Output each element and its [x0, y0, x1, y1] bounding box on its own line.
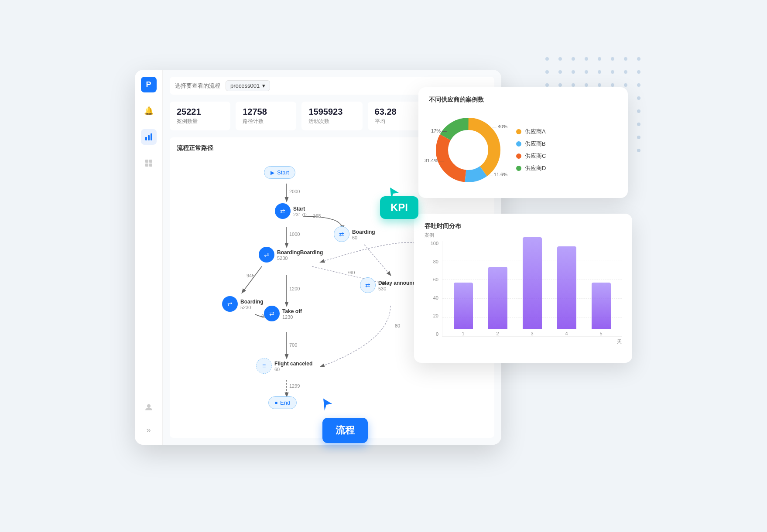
- svg-point-18: [449, 131, 487, 169]
- svg-rect-0: [145, 137, 147, 140]
- bar-card: 吞吐时间分布 案例 100 80 60 40 20 0: [414, 214, 632, 363]
- donut-pct-40: — 40%: [492, 124, 507, 129]
- stat-activities: 1595923 活动次数: [301, 102, 362, 130]
- node-boardingboarding: ⇄ BoardingBoarding 5230: [259, 247, 323, 263]
- node-flightcanceled: ≡ Flight canceled 60: [256, 358, 312, 374]
- bar-label-3: 3: [531, 331, 533, 336]
- stat-paths-label: 路径计数: [243, 118, 289, 125]
- flow-badge: 流程: [322, 418, 368, 443]
- node-boarding-top: ⇄ Boarding 60: [334, 226, 375, 242]
- legend-dot-c: [516, 153, 521, 159]
- legend-supplierA: 供应商A: [516, 128, 546, 136]
- sidebar-item-chart[interactable]: [141, 129, 157, 145]
- bar-5: [592, 283, 611, 329]
- node-start: ▶ Start: [264, 166, 295, 179]
- edge-label-1299: 1299: [289, 383, 300, 389]
- sidebar-item-expand[interactable]: »: [141, 422, 157, 438]
- stat-paths: 12758 路径计数: [236, 102, 296, 130]
- bar-1: [454, 283, 473, 329]
- stat-cases: 25221 案例数量: [170, 102, 230, 130]
- sidebar: P 🔔: [135, 70, 163, 445]
- sidebar-item-grid[interactable]: [141, 155, 157, 171]
- bar-label-4: 4: [565, 331, 568, 336]
- edge-label-700: 700: [289, 342, 297, 348]
- bar-label-5: 5: [599, 331, 602, 336]
- bar-label-2: 2: [496, 331, 499, 336]
- y-tick-20: 20: [425, 313, 438, 318]
- node-end: ■ End: [268, 396, 297, 409]
- bar-x-unit: 天: [425, 338, 622, 345]
- sidebar-item-user[interactable]: [141, 399, 157, 415]
- y-tick-40: 40: [425, 295, 438, 300]
- donut-pct-116: — 11.6%: [488, 172, 507, 177]
- edge-label-1000: 1000: [289, 232, 300, 237]
- donut-pct-17: 17% —: [431, 128, 447, 133]
- edge-label-2000: 2000: [289, 189, 300, 194]
- donut-title: 不同供应商的案例数: [429, 96, 617, 104]
- bar-3: [523, 237, 542, 329]
- stat-cases-value: 25221: [177, 107, 223, 117]
- donut-chart: — 40% — 11.6% 31.4% — 17% —: [429, 111, 507, 189]
- node-boarding-left: ⇄ Boarding 5230: [222, 296, 264, 312]
- bar-y-label: 案例: [425, 232, 434, 239]
- app-logo: P: [141, 77, 157, 92]
- y-tick-100: 100: [425, 241, 438, 246]
- bar-title: 吞吐时间分布: [425, 222, 622, 230]
- donut-legend: 供应商A 供应商B 供应商C 供应商D: [516, 128, 546, 172]
- svg-rect-3: [145, 160, 148, 163]
- legend-dot-a: [516, 129, 521, 134]
- bar-col-2: 2: [484, 267, 511, 336]
- bar-col-5: 5: [587, 283, 615, 336]
- bar-label-1: 1: [462, 331, 464, 336]
- legend-supplierD: 供应商D: [516, 164, 546, 172]
- bar-chart-area: 案例 100 80 60 40 20 0: [425, 241, 622, 354]
- y-tick-60: 60: [425, 277, 438, 282]
- svg-line-10: [364, 245, 390, 275]
- y-tick-0: 0: [425, 331, 438, 337]
- node-takeoff: ⇄ Take off 1230: [264, 306, 302, 321]
- svg-rect-4: [149, 160, 152, 163]
- stat-cases-label: 案例数量: [177, 118, 223, 125]
- blue-cursor-icon: [321, 398, 335, 413]
- donut-card: 不同供应商的案例数 — 40% — 11.6%: [418, 87, 628, 198]
- legend-supplierB: 供应商B: [516, 140, 546, 148]
- stat-paths-value: 12758: [243, 107, 289, 117]
- edge-label-80: 80: [395, 323, 400, 328]
- donut-pct-314: 31.4% —: [425, 158, 444, 163]
- legend-dot-b: [516, 141, 521, 147]
- bar-col-1: 1: [449, 283, 477, 336]
- svg-marker-19: [390, 188, 399, 200]
- edge-label-760: 760: [347, 270, 355, 275]
- teal-cursor-icon: [388, 188, 401, 202]
- process-select[interactable]: process001 ▾: [226, 80, 270, 91]
- sidebar-item-notifications[interactable]: 🔔: [141, 103, 157, 119]
- stat-avg-value: 63.28: [375, 107, 421, 117]
- node-checkin: ⇄ Start 23170: [275, 203, 307, 219]
- edge-label-1200: 1200: [289, 286, 300, 291]
- svg-rect-5: [145, 164, 148, 167]
- svg-marker-20: [323, 399, 332, 411]
- stat-activities-value: 1595923: [308, 107, 355, 117]
- bar-col-3: 3: [518, 237, 546, 336]
- edge-label-168: 168: [313, 213, 321, 218]
- stat-activities-label: 活动次数: [308, 118, 355, 125]
- svg-rect-1: [148, 135, 150, 140]
- svg-rect-2: [151, 133, 152, 140]
- y-tick-80: 80: [425, 259, 438, 264]
- edge-label-945: 945: [247, 273, 254, 278]
- svg-rect-6: [149, 164, 152, 167]
- bar-2: [488, 267, 507, 329]
- legend-supplierC: 供应商C: [516, 152, 546, 160]
- bar-4: [557, 246, 576, 329]
- legend-dot-d: [516, 166, 521, 171]
- select-label: 选择要查看的流程: [175, 82, 220, 90]
- svg-point-7: [147, 404, 151, 408]
- stat-avg-label: 平均: [375, 118, 421, 125]
